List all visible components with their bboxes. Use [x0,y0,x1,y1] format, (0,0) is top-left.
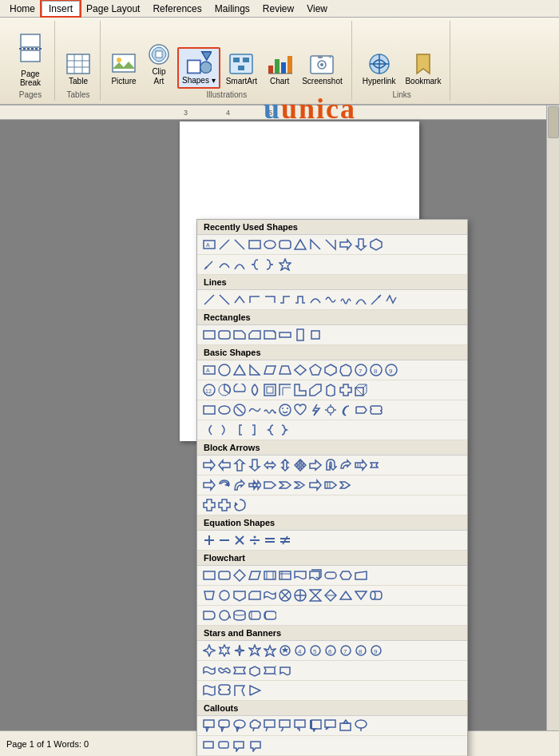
smartart-button[interactable]: SmartArt [222,49,261,89]
eq-equal[interactable] [263,533,277,547]
basic-diagonal-stripe[interactable] [308,383,323,397]
flow-direct-access-storage[interactable] [248,608,262,623]
rect-fold[interactable] [263,328,277,342]
basic-parallelogram[interactable] [263,363,277,377]
line-arrow[interactable] [369,292,383,307]
flow-internal-storage[interactable] [278,568,292,583]
banner-wave4[interactable] [202,683,216,698]
bookmark-button[interactable]: Bookmark [401,49,445,89]
shape-curve[interactable] [217,257,232,272]
basic-crescent[interactable] [339,403,353,417]
line-wave[interactable] [323,292,338,307]
flow-manual-input[interactable] [354,568,368,583]
basic-horizontal-scroll[interactable] [369,403,383,417]
flow-terminator[interactable] [323,568,338,583]
basic-l-shape[interactable] [293,383,307,397]
picture-button[interactable]: Picture [107,49,141,89]
block-arrow-circular[interactable] [217,478,232,492]
flow-delay[interactable] [202,608,216,623]
block-arrow-pentagon[interactable] [263,478,277,492]
rect-wide[interactable] [278,328,292,342]
menu-references[interactable]: References [146,2,208,16]
line-curve[interactable] [308,292,323,307]
basic-wave[interactable] [248,403,262,417]
shape-ellipse[interactable] [263,237,277,252]
table-button[interactable]: Table [61,49,95,89]
banner-wave1[interactable] [202,663,216,678]
line-right-angle[interactable] [248,292,262,307]
basic-hexagon[interactable] [323,363,338,377]
basic-paren-left[interactable] [202,423,216,437]
line-squiggle[interactable] [339,292,353,307]
callout-line2[interactable] [354,718,368,733]
page-break-button[interactable]: PageBreak [11,31,50,89]
callout-extra2[interactable] [248,738,262,753]
basic-heart[interactable] [293,403,307,417]
basic-bracket-left[interactable] [232,423,247,437]
star-num3[interactable]: 6 [323,643,338,658]
callout-cloud[interactable] [248,718,262,733]
flow-document[interactable] [293,568,307,583]
hyperlink-button[interactable]: Hyperlink [359,49,400,89]
eq-plus[interactable] [202,533,216,547]
star-num5[interactable]: 8 [354,643,368,658]
shape-hexagon[interactable] [369,237,383,252]
basic-circle-num3[interactable]: 9 [384,363,398,377]
rect-snip[interactable] [232,328,247,342]
star-6[interactable] [217,643,232,658]
callout-rounded2[interactable] [217,738,232,753]
callout-border-callout[interactable] [323,718,338,733]
eq-multiply[interactable] [232,533,247,547]
line-double-bend[interactable] [293,292,307,307]
banner-wave3[interactable] [278,663,292,678]
flow-collate[interactable] [308,588,323,603]
shape-brace-left[interactable] [248,257,262,272]
shapes-button[interactable]: Shapes ▾ [177,47,220,89]
menu-insert[interactable]: Insert [42,1,80,16]
basic-textbox[interactable]: A [202,363,216,377]
flow-sort[interactable] [323,588,338,603]
basic-circle-num2[interactable]: 8 [369,363,383,377]
star-5-round[interactable] [263,643,277,658]
basic-pentagon[interactable] [308,363,323,377]
basic-right-triangle[interactable] [248,363,262,377]
shape-arc[interactable] [232,257,247,272]
line-zigzag[interactable] [384,292,398,307]
eq-not-equal[interactable] [278,533,292,547]
rect-tall[interactable] [293,328,307,342]
flow-punched-tape[interactable] [263,588,277,603]
basic-circle[interactable] [217,363,232,377]
block-arrow-bent-up[interactable] [308,458,323,472]
basic-cross[interactable] [339,383,353,397]
block-plus2[interactable] [217,498,232,512]
shape-line-diag2[interactable] [232,237,247,252]
block-arrow-left[interactable] [217,458,232,472]
block-arrow-right3[interactable] [308,478,323,492]
basic-lightning[interactable] [308,403,323,417]
basic-sun[interactable] [323,403,338,417]
basic-bracket-right[interactable] [248,423,262,437]
basic-brace-l[interactable] [263,423,277,437]
basic-pie[interactable] [217,383,232,397]
callout-double-bent[interactable] [293,718,307,733]
flow-data[interactable] [248,568,262,583]
basic-half-frame[interactable] [278,383,292,397]
star-num4[interactable]: 7 [339,643,353,658]
basic-brace-r[interactable] [278,423,292,437]
block-arrow-chevron[interactable] [278,478,292,492]
block-arrow-striped2[interactable] [323,478,338,492]
line-bent[interactable] [232,292,247,307]
block-arrow-chevron2[interactable] [293,478,307,492]
basic-diamond[interactable] [293,363,307,377]
basic-chord[interactable] [232,383,247,397]
clip-art-button[interactable]: ClipArt [142,39,176,89]
menu-mailings[interactable]: Mailings [208,2,256,16]
star-num2[interactable]: 5 [308,643,323,658]
flow-preparation[interactable] [339,568,353,583]
flow-extract[interactable] [339,588,353,603]
basic-frame[interactable] [263,383,277,397]
scrollbar-thumb[interactable] [548,106,559,138]
flow-summing-junction[interactable] [278,588,292,603]
callout-rounded[interactable] [217,718,232,733]
block-arrow-double-right[interactable] [248,478,262,492]
